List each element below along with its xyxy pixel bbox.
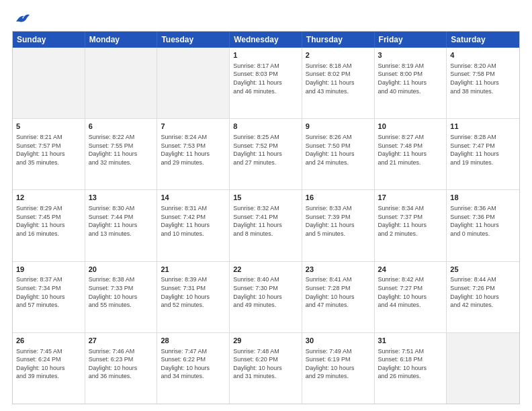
day-info: Sunrise: 8:22 AM Sunset: 7:55 PM Dayligh… xyxy=(89,133,154,167)
day-number: 14 xyxy=(161,193,226,203)
day-info: Sunrise: 7:47 AM Sunset: 6:22 PM Dayligh… xyxy=(161,347,226,381)
calendar-cell: 18Sunrise: 8:36 AM Sunset: 7:36 PM Dayli… xyxy=(447,190,519,261)
day-number: 4 xyxy=(450,50,516,60)
day-info: Sunrise: 8:17 AM Sunset: 8:03 PM Dayligh… xyxy=(233,62,298,95)
day-info: Sunrise: 8:21 AM Sunset: 7:57 PM Dayligh… xyxy=(16,133,81,167)
day-number: 2 xyxy=(306,50,371,60)
calendar-cell: 19Sunrise: 8:37 AM Sunset: 7:34 PM Dayli… xyxy=(13,262,85,332)
day-info: Sunrise: 8:36 AM Sunset: 7:36 PM Dayligh… xyxy=(450,204,516,238)
calendar-cell: 27Sunrise: 7:46 AM Sunset: 6:23 PM Dayli… xyxy=(85,333,158,404)
day-info: Sunrise: 8:38 AM Sunset: 7:33 PM Dayligh… xyxy=(89,275,154,309)
calendar-cell-empty xyxy=(157,48,230,118)
day-number: 6 xyxy=(89,122,154,132)
calendar-cell: 28Sunrise: 7:47 AM Sunset: 6:22 PM Dayli… xyxy=(157,333,230,404)
calendar-cell: 30Sunrise: 7:49 AM Sunset: 6:19 PM Dayli… xyxy=(302,333,375,404)
day-info: Sunrise: 8:40 AM Sunset: 7:30 PM Dayligh… xyxy=(233,275,298,309)
day-number: 16 xyxy=(306,193,371,203)
day-number: 29 xyxy=(233,336,298,346)
calendar-cell: 17Sunrise: 8:34 AM Sunset: 7:37 PM Dayli… xyxy=(375,190,447,261)
calendar-row: 12Sunrise: 8:29 AM Sunset: 7:45 PM Dayli… xyxy=(13,189,519,261)
calendar-cell: 1Sunrise: 8:17 AM Sunset: 8:03 PM Daylig… xyxy=(230,48,302,118)
calendar-cell: 24Sunrise: 8:42 AM Sunset: 7:27 PM Dayli… xyxy=(375,262,447,332)
calendar-cell: 12Sunrise: 8:29 AM Sunset: 7:45 PM Dayli… xyxy=(13,190,85,261)
calendar-cell: 2Sunrise: 8:18 AM Sunset: 8:02 PM Daylig… xyxy=(302,48,375,118)
day-info: Sunrise: 7:48 AM Sunset: 6:20 PM Dayligh… xyxy=(233,347,298,381)
calendar-cell: 3Sunrise: 8:19 AM Sunset: 8:00 PM Daylig… xyxy=(375,48,447,118)
day-info: Sunrise: 8:42 AM Sunset: 7:27 PM Dayligh… xyxy=(378,275,443,309)
calendar-cell: 7Sunrise: 8:24 AM Sunset: 7:53 PM Daylig… xyxy=(157,119,230,189)
calendar-header-day: Wednesday xyxy=(230,32,302,48)
day-number: 3 xyxy=(378,50,443,60)
calendar-row: 1Sunrise: 8:17 AM Sunset: 8:03 PM Daylig… xyxy=(13,48,519,118)
calendar-cell: 8Sunrise: 8:25 AM Sunset: 7:52 PM Daylig… xyxy=(230,119,302,189)
calendar-header: SundayMondayTuesdayWednesdayThursdayFrid… xyxy=(13,32,519,48)
day-number: 19 xyxy=(16,265,81,275)
calendar-row: 19Sunrise: 8:37 AM Sunset: 7:34 PM Dayli… xyxy=(13,261,519,332)
day-info: Sunrise: 8:24 AM Sunset: 7:53 PM Dayligh… xyxy=(161,133,226,167)
calendar-cell: 29Sunrise: 7:48 AM Sunset: 6:20 PM Dayli… xyxy=(230,333,302,404)
day-info: Sunrise: 7:49 AM Sunset: 6:19 PM Dayligh… xyxy=(306,347,371,381)
calendar-cell: 25Sunrise: 8:44 AM Sunset: 7:26 PM Dayli… xyxy=(447,262,519,332)
day-info: Sunrise: 8:32 AM Sunset: 7:41 PM Dayligh… xyxy=(233,204,298,238)
logo xyxy=(12,12,31,24)
day-number: 11 xyxy=(450,122,516,132)
day-info: Sunrise: 8:41 AM Sunset: 7:28 PM Dayligh… xyxy=(306,275,371,309)
logo-bird-icon xyxy=(15,12,30,24)
calendar-cell: 15Sunrise: 8:32 AM Sunset: 7:41 PM Dayli… xyxy=(230,190,302,261)
day-number: 21 xyxy=(161,265,226,275)
day-number: 15 xyxy=(233,193,298,203)
calendar-header-day: Monday xyxy=(85,32,158,48)
calendar-cell: 22Sunrise: 8:40 AM Sunset: 7:30 PM Dayli… xyxy=(230,262,302,332)
day-info: Sunrise: 8:27 AM Sunset: 7:48 PM Dayligh… xyxy=(378,133,443,167)
day-number: 23 xyxy=(306,265,371,275)
day-info: Sunrise: 8:25 AM Sunset: 7:52 PM Dayligh… xyxy=(233,133,298,167)
calendar-cell: 21Sunrise: 8:39 AM Sunset: 7:31 PM Dayli… xyxy=(157,262,230,332)
calendar-cell: 4Sunrise: 8:20 AM Sunset: 7:58 PM Daylig… xyxy=(447,48,519,118)
day-number: 12 xyxy=(16,193,81,203)
day-number: 22 xyxy=(233,265,298,275)
calendar-cell: 20Sunrise: 8:38 AM Sunset: 7:33 PM Dayli… xyxy=(85,262,158,332)
calendar-header-day: Saturday xyxy=(447,32,519,48)
calendar-row: 26Sunrise: 7:45 AM Sunset: 6:24 PM Dayli… xyxy=(13,332,519,404)
day-info: Sunrise: 8:33 AM Sunset: 7:39 PM Dayligh… xyxy=(306,204,371,238)
day-number: 9 xyxy=(306,122,371,132)
calendar-header-day: Thursday xyxy=(302,32,375,48)
day-number: 27 xyxy=(89,336,154,346)
day-info: Sunrise: 8:44 AM Sunset: 7:26 PM Dayligh… xyxy=(450,275,516,309)
day-info: Sunrise: 8:28 AM Sunset: 7:47 PM Dayligh… xyxy=(450,133,516,167)
day-number: 1 xyxy=(233,50,298,60)
day-info: Sunrise: 8:29 AM Sunset: 7:45 PM Dayligh… xyxy=(16,204,81,238)
day-info: Sunrise: 8:18 AM Sunset: 8:02 PM Dayligh… xyxy=(306,62,371,95)
day-info: Sunrise: 8:20 AM Sunset: 7:58 PM Dayligh… xyxy=(450,62,516,95)
day-number: 31 xyxy=(378,336,443,346)
day-number: 10 xyxy=(378,122,443,132)
day-number: 17 xyxy=(378,193,443,203)
day-info: Sunrise: 8:30 AM Sunset: 7:44 PM Dayligh… xyxy=(89,204,154,238)
calendar-cell: 14Sunrise: 8:31 AM Sunset: 7:42 PM Dayli… xyxy=(157,190,230,261)
calendar-cell: 13Sunrise: 8:30 AM Sunset: 7:44 PM Dayli… xyxy=(85,190,158,261)
day-number: 24 xyxy=(378,265,443,275)
day-number: 18 xyxy=(450,193,516,203)
calendar-cell-empty xyxy=(85,48,158,118)
day-number: 26 xyxy=(16,336,81,346)
calendar-cell: 16Sunrise: 8:33 AM Sunset: 7:39 PM Dayli… xyxy=(302,190,375,261)
day-info: Sunrise: 8:31 AM Sunset: 7:42 PM Dayligh… xyxy=(161,204,226,238)
day-info: Sunrise: 8:37 AM Sunset: 7:34 PM Dayligh… xyxy=(16,275,81,309)
calendar-header-day: Tuesday xyxy=(157,32,230,48)
day-number: 20 xyxy=(89,265,154,275)
day-info: Sunrise: 8:19 AM Sunset: 8:00 PM Dayligh… xyxy=(378,62,443,95)
calendar-cell-empty xyxy=(447,333,519,404)
calendar-cell: 6Sunrise: 8:22 AM Sunset: 7:55 PM Daylig… xyxy=(85,119,158,189)
calendar-cell: 5Sunrise: 8:21 AM Sunset: 7:57 PM Daylig… xyxy=(13,119,85,189)
calendar-cell-empty xyxy=(13,48,85,118)
calendar-header-day: Friday xyxy=(375,32,447,48)
day-number: 25 xyxy=(450,265,516,275)
day-number: 13 xyxy=(89,193,154,203)
day-info: Sunrise: 8:34 AM Sunset: 7:37 PM Dayligh… xyxy=(378,204,443,238)
day-info: Sunrise: 7:51 AM Sunset: 6:18 PM Dayligh… xyxy=(378,347,443,381)
calendar: SundayMondayTuesdayWednesdayThursdayFrid… xyxy=(12,31,520,404)
calendar-cell: 11Sunrise: 8:28 AM Sunset: 7:47 PM Dayli… xyxy=(447,119,519,189)
day-info: Sunrise: 8:26 AM Sunset: 7:50 PM Dayligh… xyxy=(306,133,371,167)
day-info: Sunrise: 7:46 AM Sunset: 6:23 PM Dayligh… xyxy=(89,347,154,381)
calendar-cell: 10Sunrise: 8:27 AM Sunset: 7:48 PM Dayli… xyxy=(375,119,447,189)
